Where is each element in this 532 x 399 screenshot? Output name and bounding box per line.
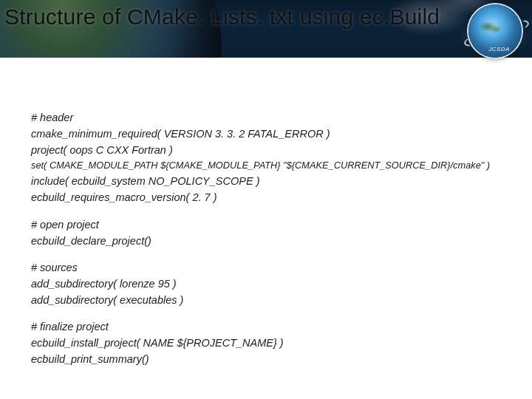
code-comment: # sources — [31, 261, 517, 275]
code-line: ecbuild_requires_macro_version( 2. 7 ) — [31, 191, 517, 205]
slide-title: Structure of CMake. Lists. txt using ec.… — [4, 4, 466, 30]
code-line: ecbuild_declare_project() — [31, 234, 517, 248]
logo-caption: JCSDA — [488, 46, 510, 52]
code-line: cmake_minimum_required( VERSION 3. 3. 2 … — [31, 127, 517, 141]
code-line: set( CMAKE_MODULE_PATH ${CMAKE_MODULE_PA… — [31, 160, 517, 172]
code-line: add_subdirectory( executables ) — [31, 293, 517, 307]
slide: Structure of CMake. Lists. txt using ec.… — [0, 0, 532, 399]
code-line: include( ecbuild_system NO_POLICY_SCOPE … — [31, 174, 517, 188]
code-line: project( oops C CXX Fortran ) — [31, 143, 517, 157]
code-line: ecbuild_install_project( NAME ${PROJECT_… — [31, 336, 517, 350]
code-comment: # header — [31, 111, 517, 125]
code-line: add_subdirectory( lorenze 95 ) — [31, 277, 517, 291]
code-block: # header cmake_minimum_required( VERSION… — [31, 111, 517, 369]
code-line: ecbuild_print_summary() — [31, 352, 517, 366]
code-comment: # open project — [31, 218, 517, 232]
code-comment: # finalize project — [31, 320, 517, 334]
